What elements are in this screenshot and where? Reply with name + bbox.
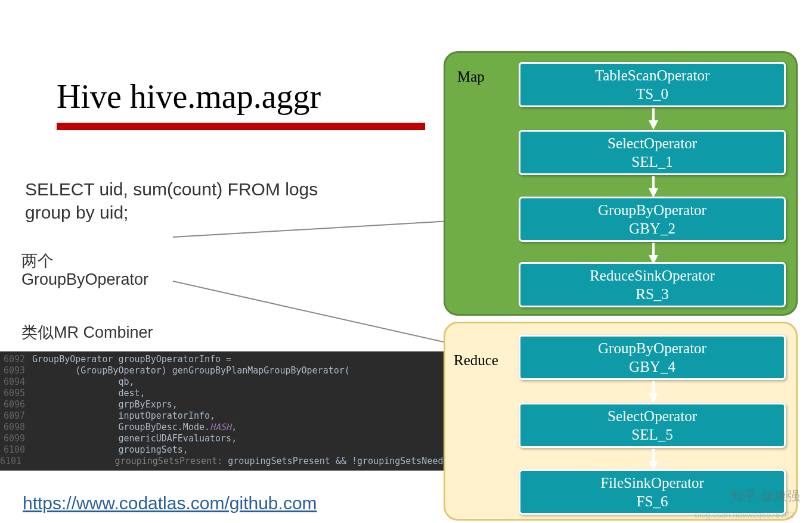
operator-groupby-2: GroupByOperator GBY_2 <box>519 197 786 242</box>
operator-name: SelectOperator <box>520 407 784 425</box>
operator-name: GroupByOperator <box>520 201 784 219</box>
label-mr-combiner: 类似MR Combiner <box>21 322 153 343</box>
operator-name: SelectOperator <box>520 134 784 152</box>
code-text: GroupByOperator groupByOperatorInfo = <box>32 354 231 365</box>
watermark-zhihu: 知乎 @康强 <box>731 487 800 505</box>
title-underline <box>57 123 425 130</box>
flow-arrow-icon <box>649 108 658 130</box>
operator-select-5: SelectOperator SEL_5 <box>519 403 786 448</box>
operator-id: SEL_5 <box>520 425 784 444</box>
operator-id: TS_0 <box>520 85 784 103</box>
operator-groupby-4: GroupByOperator GBY_4 <box>519 335 786 380</box>
label-two-count: 两个 <box>21 250 54 272</box>
operator-name: TableScanOperator <box>520 66 784 85</box>
operator-tablescan: TableScanOperator TS_0 <box>519 62 786 107</box>
code-text: groupingSets, <box>32 444 188 456</box>
source-link[interactable]: https://www.codatlas.com/github.com <box>23 493 317 513</box>
code-text: qb, <box>32 376 135 388</box>
operator-select-1: SelectOperator SEL_1 <box>519 130 786 175</box>
operator-reducesink-3: ReduceSinkOperator RS_3 <box>519 262 786 307</box>
operator-id: RS_3 <box>520 285 784 303</box>
line-number: 6095 <box>0 388 32 399</box>
code-text: inputOperatorInfo, <box>32 410 215 422</box>
sql-line-1: SELECT uid, sum(count) FROM logs <box>25 178 318 201</box>
flow-arrow-icon <box>649 176 658 198</box>
operator-id: GBY_2 <box>520 219 784 238</box>
code-text: dest, <box>32 388 145 399</box>
operator-name: ReduceSinkOperator <box>520 266 784 285</box>
line-number: 6101 <box>0 456 29 467</box>
reduce-stage-label: Reduce <box>454 352 498 369</box>
line-number: 6092 <box>0 354 32 365</box>
flow-arrow-icon <box>649 243 658 264</box>
line-number: 6098 <box>0 422 32 433</box>
code-text: (GroupByOperator) genGroupByPlanMapGroup… <box>32 365 350 376</box>
code-editor-panel: 6092GroupByOperator groupByOperatorInfo … <box>0 351 517 471</box>
line-number: 6097 <box>0 410 32 422</box>
line-number: 6100 <box>0 444 32 456</box>
code-text: genericUDAFEvaluators, <box>32 433 237 444</box>
line-number: 6099 <box>0 433 32 444</box>
operator-name: GroupByOperator <box>520 339 784 357</box>
sql-line-2: group by uid; <box>25 201 318 224</box>
watermark-csdn: blog.csdn.net/wzq6578702 <box>695 510 794 519</box>
sql-query: SELECT uid, sum(count) FROM logs group b… <box>25 178 318 224</box>
flow-arrow-icon <box>649 449 658 471</box>
line-number: 6093 <box>0 365 32 376</box>
map-stage-label: Map <box>457 69 485 85</box>
operator-id: GBY_4 <box>520 357 784 376</box>
flow-arrow-icon <box>649 381 658 403</box>
page-title: Hive hive.map.aggr <box>57 77 321 116</box>
line-number: 6096 <box>0 399 32 410</box>
operator-id: SEL_1 <box>520 152 784 171</box>
code-text: grpByExprs, <box>32 399 178 410</box>
line-number: 6094 <box>0 376 32 388</box>
code-text: GroupByDesc.Mode.HASH, <box>32 422 237 433</box>
label-groupby-operator: GroupByOperator <box>21 270 148 289</box>
